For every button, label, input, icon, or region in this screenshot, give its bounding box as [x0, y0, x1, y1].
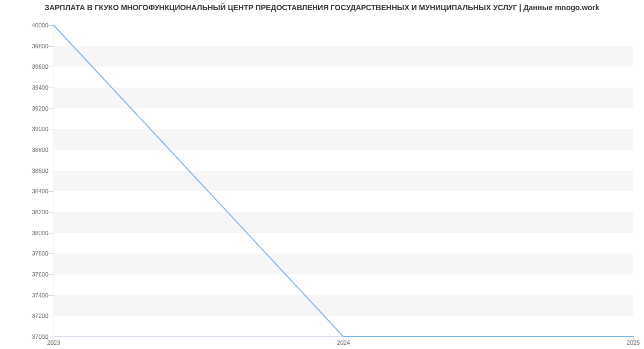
y-axis-label: 38800 [0, 147, 48, 153]
x-tick [633, 337, 634, 342]
y-axis-label: 37800 [0, 250, 48, 257]
y-tick [48, 212, 54, 213]
y-tick [48, 295, 54, 296]
y-tick [48, 191, 54, 192]
y-tick [48, 253, 54, 254]
y-axis-label: 39600 [0, 63, 48, 70]
y-axis-label: 37000 [0, 333, 48, 340]
chart-line-svg [54, 25, 633, 337]
y-tick [48, 316, 54, 316]
y-tick [48, 67, 54, 67]
y-axis-label: 39800 [0, 43, 48, 49]
x-tick [343, 337, 344, 342]
y-axis-label: 39200 [0, 105, 48, 112]
y-axis-label: 37200 [0, 312, 48, 319]
plot-area [54, 25, 633, 337]
y-axis-label: 37600 [0, 271, 48, 278]
y-tick [48, 108, 54, 109]
y-tick [48, 46, 54, 47]
y-tick [48, 25, 54, 26]
y-axis-label: 38000 [0, 230, 48, 236]
y-tick [48, 171, 54, 171]
y-axis-label: 39400 [0, 84, 48, 91]
y-tick [48, 150, 54, 150]
y-tick [48, 129, 54, 129]
chart-title: ЗАРПЛАТА В ГКУКО МНОГОФУНКЦИОНАЛЬНЫЙ ЦЕН… [0, 3, 644, 12]
x-tick [54, 337, 54, 342]
y-axis-label: 37400 [0, 292, 48, 299]
y-axis-label: 38400 [0, 188, 48, 194]
y-axis-label: 38200 [0, 209, 48, 215]
y-axis-label: 39000 [0, 126, 48, 132]
y-tick [48, 337, 54, 337]
y-axis-label: 40000 [0, 22, 48, 28]
chart-container: ЗАРПЛАТА В ГКУКО МНОГОФУНКЦИОНАЛЬНЫЙ ЦЕН… [0, 0, 644, 349]
y-tick [48, 233, 54, 234]
series-line [54, 25, 633, 337]
y-tick [48, 274, 54, 275]
y-axis-label: 38600 [0, 168, 48, 174]
y-tick [48, 88, 54, 88]
